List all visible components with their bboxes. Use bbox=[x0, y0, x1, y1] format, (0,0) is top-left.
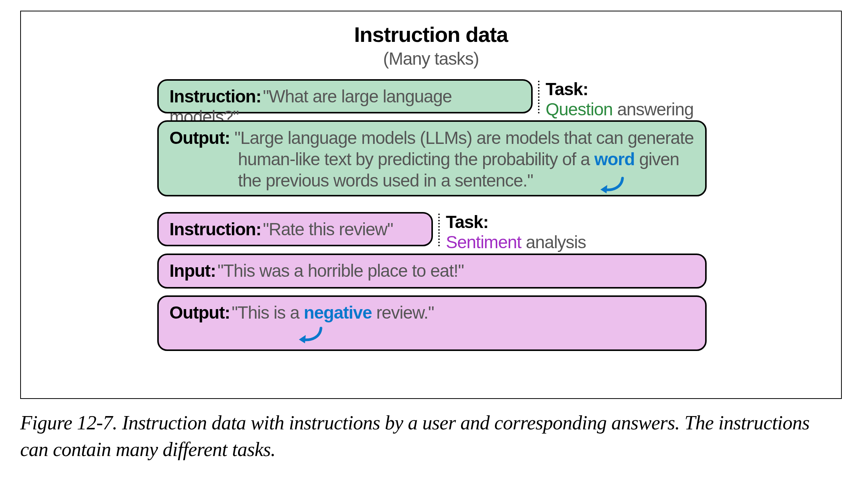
ex1-output-label: Output: bbox=[169, 128, 230, 148]
ex2-dotted-separator bbox=[438, 214, 440, 246]
ex2-output-label: Output: bbox=[169, 303, 230, 322]
arrow-icon bbox=[599, 176, 626, 194]
ex2-instruction-box: Instruction: "Rate this review" bbox=[157, 212, 433, 246]
header-title: Instruction data bbox=[21, 22, 841, 47]
ex2-task-head: Task: bbox=[446, 212, 488, 232]
ex2-task-rest: analysis bbox=[521, 232, 586, 252]
ex1-task-head: Task: bbox=[546, 79, 588, 99]
ex2-output-box: Output: "This is a negative review." bbox=[157, 295, 707, 351]
ex2-task-highlight: Sentiment bbox=[446, 232, 521, 252]
ex1-dotted-separator bbox=[538, 81, 540, 113]
ex2-instruction-label: Instruction: bbox=[169, 219, 261, 239]
diagram-header: Instruction data (Many tasks) bbox=[21, 22, 841, 69]
ex2-task-label: Task: Sentiment analysis bbox=[446, 212, 586, 252]
ex2-input-box: Input: "This was a horrible place to eat… bbox=[157, 254, 707, 289]
ex1-instruction-box: Instruction: "What are large language mo… bbox=[157, 79, 533, 113]
ex1-task-label: Task: Question answering bbox=[546, 79, 694, 120]
header-subtitle: (Many tasks) bbox=[21, 48, 841, 69]
ex1-task-highlight: Question bbox=[546, 99, 613, 119]
ex2-output-post: review." bbox=[372, 303, 434, 322]
ex1-instruction-label: Instruction: bbox=[169, 86, 261, 106]
ex2-output-highlight: negative bbox=[304, 303, 372, 322]
ex1-output-highlight: word bbox=[594, 149, 635, 169]
arrow-icon bbox=[297, 326, 324, 344]
ex1-task-rest: answering bbox=[613, 99, 693, 119]
ex2-output-pre: "This is a bbox=[231, 303, 303, 322]
ex2-instruction-text: "Rate this review" bbox=[263, 219, 393, 239]
ex2-input-text: "This was a horrible place to eat!" bbox=[217, 261, 464, 281]
figure-caption: Figure 12-7. Instruction data with instr… bbox=[20, 410, 839, 463]
diagram-frame: Instruction data (Many tasks) Instructio… bbox=[20, 11, 842, 399]
ex2-input-label: Input: bbox=[169, 261, 216, 281]
